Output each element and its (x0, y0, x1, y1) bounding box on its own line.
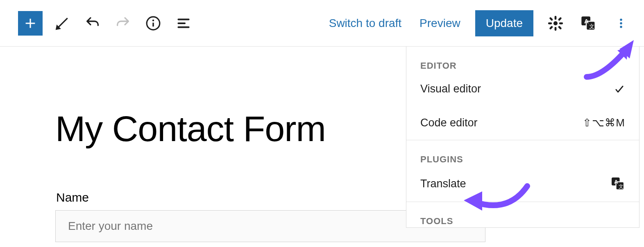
toolbar-right-group: Switch to draft Preview Update A文 (326, 10, 632, 36)
more-vertical-icon (615, 15, 627, 31)
redo-icon (115, 15, 131, 31)
svg-text:A: A (614, 179, 618, 185)
svg-point-9 (620, 22, 622, 25)
more-options-button[interactable] (610, 13, 632, 34)
svg-text:文: 文 (589, 23, 594, 29)
svg-point-8 (620, 18, 622, 21)
dropdown-section-editor: EDITOR (406, 47, 639, 72)
translate-toolbar-button[interactable]: A文 (578, 13, 599, 34)
translate-icon: A文 (580, 15, 596, 31)
redo-button[interactable] (112, 13, 134, 34)
list-outline-icon (176, 16, 191, 31)
svg-point-3 (553, 21, 558, 25)
outline-button[interactable] (173, 13, 194, 34)
menu-item-visual-editor[interactable]: Visual editor (406, 72, 639, 106)
svg-text:文: 文 (619, 184, 624, 189)
menu-item-label: Translate (420, 177, 466, 190)
pencil-icon (54, 16, 70, 31)
preview-button[interactable]: Preview (416, 13, 464, 34)
undo-button[interactable] (82, 13, 103, 34)
check-icon (614, 83, 625, 95)
menu-item-label: Code editor (420, 117, 478, 129)
translate-icon: A文 (610, 176, 625, 191)
options-dropdown: EDITOR Visual editor Code editor ⇧⌥⌘M PL… (406, 47, 639, 228)
svg-point-2 (152, 19, 154, 21)
menu-item-translate[interactable]: Translate A文 (406, 166, 639, 202)
keyboard-shortcut: ⇧⌥⌘M (583, 117, 625, 129)
edit-mode-button[interactable] (52, 13, 73, 34)
menu-item-label: Visual editor (420, 83, 481, 95)
dropdown-section-tools: TOOLS (406, 202, 639, 227)
svg-point-10 (620, 26, 622, 28)
update-button[interactable]: Update (475, 10, 533, 36)
svg-text:A: A (584, 18, 589, 25)
toolbar-left-group (18, 11, 194, 36)
dropdown-section-plugins: PLUGINS (406, 140, 639, 166)
plus-icon (23, 16, 37, 30)
info-button[interactable] (143, 13, 164, 34)
undo-icon (84, 15, 101, 31)
gear-icon (548, 16, 563, 31)
switch-to-draft-button[interactable]: Switch to draft (326, 13, 405, 34)
add-block-button[interactable] (18, 11, 43, 36)
settings-button[interactable] (545, 13, 566, 34)
editor-toolbar: Switch to draft Preview Update A文 (0, 0, 644, 47)
menu-item-code-editor[interactable]: Code editor ⇧⌥⌘M (406, 106, 639, 140)
info-icon (145, 16, 161, 31)
